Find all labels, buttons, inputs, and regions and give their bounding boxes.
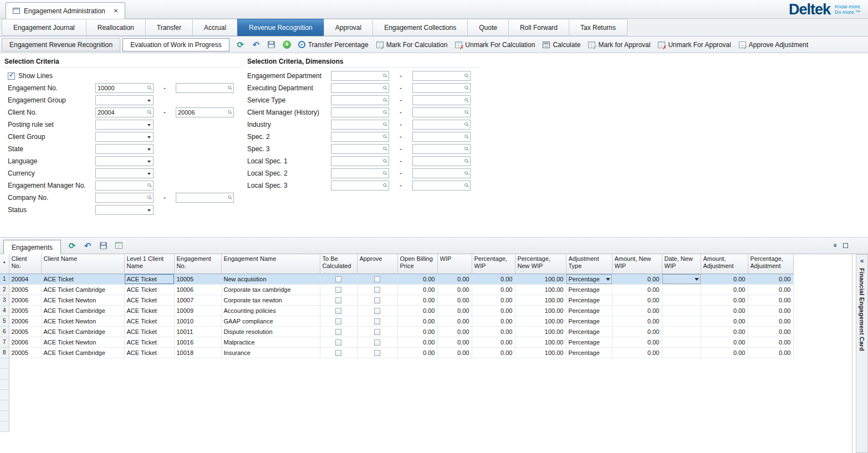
column-header-percentage-new-wip[interactable]: Percentage,New WIP — [515, 254, 566, 274]
engagement-group-input[interactable] — [95, 95, 154, 105]
approve-checkbox[interactable] — [374, 350, 380, 356]
row-number[interactable]: 6 — [0, 326, 9, 337]
row-number[interactable]: 3 — [0, 295, 9, 305]
cell-approve[interactable] — [357, 274, 397, 284]
cell-open-billing-price[interactable]: 0.00 — [397, 295, 437, 305]
industry-to-input[interactable] — [412, 120, 471, 130]
transfer-percentage-button[interactable]: Transfer Percentage — [298, 41, 369, 49]
cell-client-no[interactable]: 20005 — [9, 305, 41, 316]
cell-to-be-calculated[interactable] — [320, 295, 357, 305]
cell-adjustment-type[interactable]: Percentage — [566, 284, 612, 295]
cell-percentage-new-wip[interactable]: 100.00 — [515, 326, 566, 337]
cell-adjustment-type[interactable]: Percentage — [566, 347, 612, 358]
to-be-calculated-checkbox[interactable] — [335, 350, 341, 356]
approve-checkbox[interactable] — [374, 308, 380, 314]
cell-wip[interactable]: 0.00 — [437, 337, 472, 347]
column-header-client-name[interactable]: Client Name — [41, 254, 124, 274]
mark-for-approval-button[interactable]: ✓Mark for Approval — [588, 41, 650, 49]
local-spec-2-input[interactable] — [331, 168, 389, 178]
cell-engagement-no[interactable]: 10016 — [174, 337, 221, 347]
to-be-calculated-checkbox[interactable] — [335, 287, 341, 293]
cell-percentage-new-wip[interactable]: 100.00 — [515, 337, 566, 347]
chevron-down-icon[interactable] — [695, 278, 699, 281]
cell-amount-adjustment[interactable]: 0.00 — [701, 316, 748, 326]
row-number[interactable]: 4 — [0, 305, 9, 316]
cell-percentage-wip[interactable]: 0.00 — [472, 347, 515, 358]
cell-wip[interactable]: 0.00 — [437, 347, 472, 358]
ribbon-tab-engagement-collections[interactable]: Engagement Collections — [372, 19, 468, 36]
cell-percentage-wip[interactable]: 0.00 — [472, 284, 515, 295]
status-input[interactable] — [95, 205, 154, 215]
local-spec-3-to-input[interactable] — [412, 181, 471, 191]
column-header-engagement-name[interactable]: Engagement Name — [221, 254, 320, 274]
cell-engagement-name[interactable]: GAAP compliance — [221, 316, 320, 326]
cell-percentage-adjustment[interactable]: 0.00 — [748, 274, 793, 284]
cell-open-billing-price[interactable]: 0.00 — [397, 274, 437, 284]
cell-amount-adjustment[interactable]: 0.00 — [701, 284, 748, 295]
cell-percentage-adjustment[interactable]: 0.00 — [748, 284, 793, 295]
cell-percentage-adjustment[interactable]: 0.00 — [748, 326, 793, 337]
cell-client-no[interactable]: 20006 — [9, 316, 41, 326]
cell-open-billing-price[interactable]: 0.00 — [397, 347, 437, 358]
ribbon-tab-accrual[interactable]: Accrual — [192, 19, 238, 36]
cell-amount-new-wip[interactable]: 0.00 — [612, 347, 662, 358]
table-button[interactable] — [113, 240, 124, 251]
approve-checkbox[interactable] — [374, 276, 380, 282]
cell-adjustment-type[interactable]: Percentage — [566, 316, 612, 326]
currency-input[interactable] — [95, 168, 154, 178]
local-spec-1-to-input[interactable] — [412, 156, 471, 166]
to-be-calculated-checkbox[interactable] — [335, 297, 341, 303]
cell-percentage-adjustment[interactable]: 0.00 — [748, 295, 793, 305]
cell-date-new-wip[interactable] — [662, 305, 701, 316]
calculate-button[interactable]: Calculate — [543, 41, 580, 49]
cell-client-name[interactable]: ACE Ticket — [41, 274, 124, 284]
cell-amount-new-wip[interactable]: 0.00 — [612, 337, 662, 347]
cell-open-billing-price[interactable]: 0.00 — [397, 337, 437, 347]
row-number[interactable]: 5 — [0, 316, 9, 326]
engagement-department-to-input[interactable] — [412, 71, 471, 81]
cell-wip[interactable]: 0.00 — [437, 316, 472, 326]
cell-percentage-adjustment[interactable]: 0.00 — [748, 347, 793, 358]
table-row[interactable]: 420005ACE Ticket CambridgeACE Ticket1000… — [0, 305, 793, 316]
cell-to-be-calculated[interactable] — [320, 305, 357, 316]
engagement-no-to-input[interactable] — [176, 83, 234, 93]
ribbon-tab-roll-forward[interactable]: Roll Forward — [508, 19, 569, 36]
cell-adjustment-type[interactable]: Percentage — [566, 337, 612, 347]
approve-adjustment-button[interactable]: ✓Approve Adjustment — [739, 41, 808, 49]
undo-button[interactable]: ↶ — [82, 240, 93, 251]
cell-amount-new-wip[interactable]: 0.00 — [612, 305, 662, 316]
client-manager-history-to-input[interactable] — [412, 107, 471, 117]
cell-wip[interactable]: 0.00 — [437, 274, 472, 284]
refresh-button[interactable]: ⟳ — [235, 39, 246, 50]
cell-level1-client-name[interactable]: ACE Ticket — [124, 337, 174, 347]
chevron-down-icon[interactable] — [606, 278, 610, 281]
maximize-panel-icon[interactable] — [843, 243, 848, 248]
cell-open-billing-price[interactable]: 0.00 — [397, 284, 437, 295]
column-header-client-no[interactable]: ClientNo. — [9, 254, 41, 274]
cell-date-new-wip[interactable] — [662, 295, 701, 305]
cell-percentage-wip[interactable]: 0.00 — [472, 326, 515, 337]
cell-client-no[interactable]: 20004 — [9, 274, 41, 284]
unmark-for-approval-button[interactable]: ✗Unmark For Approval — [658, 41, 731, 49]
undo-button[interactable]: ↶ — [251, 39, 262, 50]
cell-client-no[interactable]: 20005 — [9, 284, 41, 295]
column-header-date-new-wip[interactable]: Date, NewWIP — [662, 254, 701, 274]
cell-amount-adjustment[interactable]: 0.00 — [701, 337, 748, 347]
service-type-to-input[interactable] — [412, 95, 471, 105]
cell-engagement-name[interactable]: Corporate tax newton — [221, 295, 320, 305]
column-header-to-be-calculated[interactable]: To BeCalculated — [320, 254, 357, 274]
tab-engagements[interactable]: Engagements — [3, 240, 61, 254]
cell-amount-adjustment[interactable]: 0.00 — [701, 347, 748, 358]
row-number[interactable]: 7 — [0, 337, 9, 347]
cell-date-new-wip[interactable] — [662, 274, 701, 284]
ribbon-tab-tax-returns[interactable]: Tax Returns — [569, 19, 627, 36]
cell-amount-adjustment[interactable]: 0.00 — [701, 305, 748, 316]
cell-engagement-no[interactable]: 10010 — [174, 316, 221, 326]
cell-percentage-wip[interactable]: 0.00 — [472, 316, 515, 326]
cell-engagement-name[interactable]: Malpractice — [221, 337, 320, 347]
cell-percentage-wip[interactable]: 0.00 — [472, 337, 515, 347]
engagement-manager-no-input[interactable] — [95, 181, 154, 191]
cell-wip[interactable]: 0.00 — [437, 305, 472, 316]
spec-3-input[interactable] — [331, 144, 389, 154]
engagement-no-input[interactable]: 10000 — [95, 83, 154, 93]
